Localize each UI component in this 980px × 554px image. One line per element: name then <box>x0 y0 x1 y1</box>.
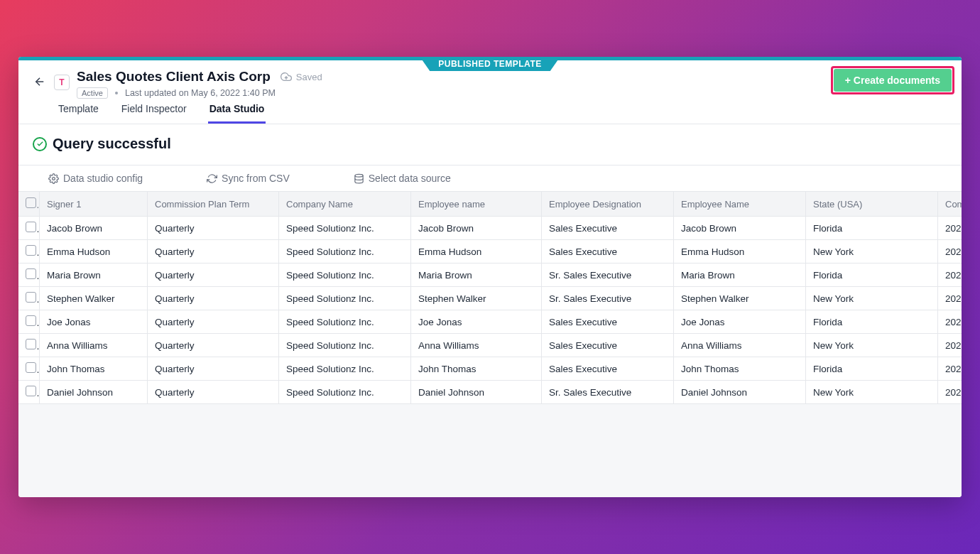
table-row[interactable]: Daniel JohnsonQuarterlySpeed Solutionz I… <box>18 381 962 404</box>
cell-signer: Stephen Walker <box>40 287 148 310</box>
table-row[interactable]: Anna WilliamsQuarterlySpeed Solutionz In… <box>18 334 962 357</box>
page-title: Sales Quotes Client Axis Corp <box>77 69 271 85</box>
sync-from-csv-button[interactable]: Sync from CSV <box>207 173 290 184</box>
cell-employee-name: Stephen Walker <box>674 287 806 310</box>
cell-employee-name: Anna Williams <box>674 334 806 357</box>
cell-designation: Sales Executive <box>542 334 674 357</box>
row-checkbox[interactable] <box>26 386 36 396</box>
cell-company: Speed Solutionz Inc. <box>279 334 411 357</box>
tab-bar: Template Field Inspector Data Studio <box>18 90 266 124</box>
cell-company: Speed Solutionz Inc. <box>279 357 411 381</box>
cell-signer: Daniel Johnson <box>40 381 148 404</box>
col-employee[interactable]: Employee name <box>411 192 542 217</box>
cell-state: Florida <box>806 310 938 334</box>
cell-extra: 2022 <box>938 287 962 310</box>
row-checkbox[interactable] <box>26 362 36 373</box>
cell-term: Quarterly <box>148 217 279 240</box>
row-checkbox[interactable] <box>26 292 36 303</box>
database-icon <box>354 173 364 184</box>
cell-company: Speed Solutionz Inc. <box>279 217 411 240</box>
col-state[interactable]: State (USA) <box>806 192 938 217</box>
table-row[interactable]: John ThomasQuarterlySpeed Solutionz Inc.… <box>18 357 962 381</box>
cell-employee-name: Maria Brown <box>674 264 806 287</box>
col-commission[interactable]: Commission Plan Term <box>148 192 279 217</box>
col-company[interactable]: Company Name <box>279 192 411 217</box>
select-data-source-button[interactable]: Select data source <box>354 173 451 184</box>
cell-term: Quarterly <box>148 264 279 287</box>
published-badge-wrap: PUBLISHED TEMPLATE <box>420 57 560 71</box>
published-badge: PUBLISHED TEMPLATE <box>420 57 560 71</box>
cell-signer: Jacob Brown <box>40 217 148 240</box>
cell-signer: Maria Brown <box>40 264 148 287</box>
query-status-row: Query successful <box>18 124 962 165</box>
cell-state: Florida <box>806 357 938 381</box>
row-checkbox-cell <box>18 217 40 240</box>
cell-employee: John Thomas <box>411 357 542 381</box>
cell-designation: Sales Executive <box>542 357 674 381</box>
cell-employee: Maria Brown <box>411 264 542 287</box>
cell-designation: Sales Executive <box>542 240 674 264</box>
table-row[interactable]: Jacob BrownQuarterlySpeed Solutionz Inc.… <box>18 217 962 240</box>
cell-employee-name: Emma Hudson <box>674 240 806 264</box>
col-employee-name[interactable]: Employee Name <box>674 192 806 217</box>
table-row[interactable]: Emma HudsonQuarterlySpeed Solutionz Inc.… <box>18 240 962 264</box>
cell-employee-name: John Thomas <box>674 357 806 381</box>
select-source-label: Select data source <box>369 173 451 184</box>
cloud-icon <box>281 71 292 82</box>
action-bar: Data studio config Sync from CSV Select … <box>18 165 962 192</box>
cell-employee-name: Joe Jonas <box>674 310 806 334</box>
cell-signer: John Thomas <box>40 357 148 381</box>
cell-state: New York <box>806 287 938 310</box>
row-checkbox-cell <box>18 357 40 381</box>
cell-term: Quarterly <box>148 287 279 310</box>
row-checkbox[interactable] <box>26 222 36 232</box>
create-documents-button[interactable]: + Create documents <box>834 69 952 92</box>
query-status-text: Query successful <box>53 136 171 152</box>
document-chip: T <box>54 75 70 90</box>
tab-field-inspector[interactable]: Field Inspector <box>120 99 188 124</box>
cell-company: Speed Solutionz Inc. <box>279 310 411 334</box>
arrow-left-icon <box>33 75 46 88</box>
data-studio-config-button[interactable]: Data studio config <box>48 173 143 184</box>
cell-company: Speed Solutionz Inc. <box>279 240 411 264</box>
refresh-icon <box>207 173 217 184</box>
table-row[interactable]: Joe JonasQuarterlySpeed Solutionz Inc.Jo… <box>18 310 962 334</box>
cell-term: Quarterly <box>148 381 279 404</box>
table-header-row: Signer 1 Commission Plan Term Company Na… <box>18 192 962 217</box>
cell-employee: Emma Hudson <box>411 240 542 264</box>
cell-designation: Sr. Sales Executive <box>542 287 674 310</box>
svg-point-0 <box>53 177 55 180</box>
row-checkbox[interactable] <box>26 339 36 349</box>
cell-extra: 2022 <box>938 264 962 287</box>
data-table: Signer 1 Commission Plan Term Company Na… <box>18 192 962 404</box>
sync-label: Sync from CSV <box>222 173 290 184</box>
row-checkbox[interactable] <box>26 245 36 256</box>
cell-signer: Joe Jonas <box>40 310 148 334</box>
table-row[interactable]: Maria BrownQuarterlySpeed Solutionz Inc.… <box>18 264 962 287</box>
row-checkbox[interactable] <box>26 315 36 326</box>
row-checkbox-cell <box>18 310 40 334</box>
cell-signer: Emma Hudson <box>40 240 148 264</box>
col-designation[interactable]: Employee Designation <box>542 192 674 217</box>
row-checkbox-cell <box>18 240 40 264</box>
cell-state: New York <box>806 240 938 264</box>
table-row[interactable]: Stephen WalkerQuarterlySpeed Solutionz I… <box>18 287 962 310</box>
cell-state: Florida <box>806 217 938 240</box>
cell-designation: Sr. Sales Executive <box>542 264 674 287</box>
select-all-checkbox[interactable] <box>26 197 36 208</box>
cell-extra: 2022 <box>938 217 962 240</box>
row-checkbox[interactable] <box>26 268 36 279</box>
cell-company: Speed Solutionz Inc. <box>279 381 411 404</box>
cell-state: Florida <box>806 264 938 287</box>
tab-data-studio[interactable]: Data Studio <box>208 99 266 124</box>
cell-company: Speed Solutionz Inc. <box>279 264 411 287</box>
cell-employee-name: Daniel Johnson <box>674 381 806 404</box>
back-button[interactable] <box>30 72 50 92</box>
row-checkbox-cell <box>18 264 40 287</box>
tab-template[interactable]: Template <box>57 99 100 124</box>
col-signer-1[interactable]: Signer 1 <box>40 192 148 217</box>
config-label: Data studio config <box>63 173 143 184</box>
table-container[interactable]: Signer 1 Commission Plan Term Company Na… <box>18 192 962 497</box>
col-extra[interactable]: Comm <box>938 192 962 217</box>
row-checkbox-cell <box>18 381 40 404</box>
